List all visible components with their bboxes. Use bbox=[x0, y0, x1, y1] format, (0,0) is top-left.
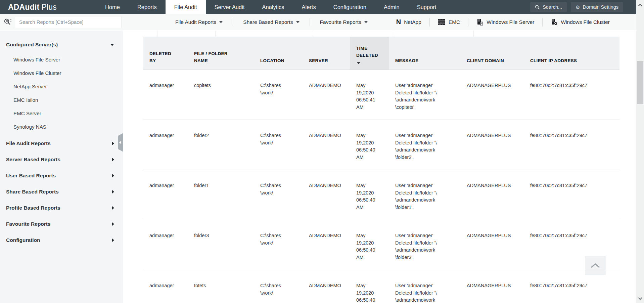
scrollbar-down-arrow[interactable] bbox=[636, 294, 644, 303]
nav-item-file-audit[interactable]: File Audit bbox=[166, 0, 206, 14]
nav-item-configuration[interactable]: Configuration bbox=[325, 0, 375, 14]
nav-item-server-audit[interactable]: Server Audit bbox=[206, 0, 254, 14]
search-button[interactable]: Search... bbox=[530, 2, 567, 12]
menu-favourite-reports[interactable]: Favourite Reports bbox=[310, 19, 378, 25]
cell-deleted-by: admanager bbox=[143, 120, 188, 170]
sidebar-section-user-based-reports[interactable]: User Based Reports bbox=[0, 168, 123, 184]
cell-client-ip-address: fe80::70c2:7c81:c35f:29c7 bbox=[524, 120, 619, 170]
domain-settings-button[interactable]: ⚙ Domain Settings bbox=[571, 2, 623, 12]
cell-client-domain: ADMANAGERPLUS bbox=[461, 120, 524, 170]
nav-item-admin[interactable]: Admin bbox=[375, 0, 408, 14]
chevron-down-icon bbox=[296, 21, 300, 23]
domain-settings-label: Domain Settings bbox=[583, 4, 618, 10]
sidebar-section-label: User Based Reports bbox=[6, 173, 112, 179]
sidebar-item-windows-file-server[interactable]: Windows File Server bbox=[0, 53, 123, 66]
sidebar-section-profile-based-reports[interactable]: Profile Based Reports bbox=[0, 200, 123, 216]
column-header-message[interactable]: MESSAGE bbox=[389, 37, 461, 70]
sidebar-section-label: Profile Based Reports bbox=[6, 205, 112, 211]
nav-item-support[interactable]: Support bbox=[408, 0, 445, 14]
sidebar-section-favourite-reports[interactable]: Favourite Reports bbox=[0, 216, 123, 232]
shortcut-label: NetApp bbox=[404, 19, 421, 25]
cell-location: C:​\shares​\work​\ bbox=[254, 70, 303, 120]
column-header-label: SERVER bbox=[309, 57, 346, 64]
sidebar-item-emc-server[interactable]: EMC Server bbox=[0, 106, 123, 120]
shortcut-emc[interactable]: EMC bbox=[430, 19, 468, 25]
sort-descending-icon[interactable] bbox=[357, 62, 360, 64]
sidebar-collapse-handle[interactable] bbox=[118, 133, 123, 152]
netapp-icon: N bbox=[396, 18, 401, 26]
cell-client-domain: ADMANAGERPLUS bbox=[461, 170, 524, 220]
column-header-time-deleted[interactable]: TIME DELETED bbox=[350, 37, 389, 70]
column-header-client-domain[interactable]: CLIENT DOMAIN bbox=[461, 37, 524, 70]
cell-deleted-by: admanager bbox=[143, 70, 188, 120]
table-top-strip bbox=[143, 31, 619, 37]
cell-client-ip-address: fe80::70c2:7c81:c35f:29c7 bbox=[524, 170, 619, 220]
cell-time-deleted: May 19,2020 06:50:40 AM bbox=[350, 170, 389, 220]
menu-label: Favourite Reports bbox=[320, 19, 361, 25]
reports-toolbar: File Audit ReportsShare Based ReportsFav… bbox=[0, 14, 644, 30]
search-reports-input[interactable] bbox=[15, 16, 122, 28]
report-search-icon[interactable] bbox=[3, 18, 12, 27]
cell-file-folder-name: folder2 bbox=[188, 120, 254, 170]
sidebar-section-configuration[interactable]: Configuration bbox=[0, 232, 123, 248]
column-header-deleted-by[interactable]: DELETED BY bbox=[143, 37, 188, 70]
emc-icon bbox=[438, 19, 446, 25]
sidebar-section-configured-server-s[interactable]: Configured Server(s) bbox=[0, 37, 123, 53]
shortcut-netapp[interactable]: NNetApp bbox=[388, 18, 429, 26]
column-header-server[interactable]: SERVER bbox=[303, 37, 350, 70]
gear-icon: ⚙ bbox=[576, 5, 580, 10]
table-row: admanagerfolder1C:​\shares​\work​\ADMAND… bbox=[143, 170, 619, 220]
table-row: admanagercopitetsC:​\shares​\work​\ADMAN… bbox=[143, 70, 619, 120]
column-header-label: TIME DELETED bbox=[356, 45, 384, 59]
sidebar-section-label: Share Based Reports bbox=[6, 189, 112, 195]
top-navbar: ADAudit Plus HomeReportsFile AuditServer… bbox=[0, 0, 644, 14]
column-header-file-folder-name[interactable]: FILE / FOLDER NAME bbox=[188, 37, 254, 70]
shortcut-label: Windows File Cluster bbox=[561, 19, 610, 25]
app-logo-bold: ADAudit bbox=[8, 3, 39, 12]
chevron-up-icon bbox=[638, 4, 642, 6]
sidebar-section-label: File Audit Reports bbox=[6, 140, 112, 146]
sidebar-item-netapp-server[interactable]: NetApp Server bbox=[0, 80, 123, 93]
app-logo[interactable]: ADAudit Plus bbox=[0, 0, 57, 14]
sidebar-section-server-based-reports[interactable]: Server Based Reports bbox=[0, 152, 123, 168]
menu-share-based-reports[interactable]: Share Based Reports bbox=[233, 19, 309, 25]
chevron-down-icon bbox=[638, 297, 642, 300]
scroll-to-top-button[interactable] bbox=[585, 256, 606, 275]
sidebar-section-label: Server Based Reports bbox=[6, 157, 112, 163]
column-header-label: CLIENT DOMAIN bbox=[467, 57, 519, 64]
shortcut-windows-file-server[interactable]: Windows File Server bbox=[468, 18, 542, 26]
sidebar-section-label: Favourite Reports bbox=[6, 221, 112, 227]
chevron-right-icon bbox=[112, 222, 114, 226]
cell-time-deleted: May 19,2020 06:50:41 AM bbox=[350, 70, 389, 120]
nav-item-reports[interactable]: Reports bbox=[129, 0, 166, 14]
cell-message: User 'admanager' Deleted file/folder '​\… bbox=[389, 70, 461, 120]
nav-right-group: Search... ⚙ Domain Settings bbox=[530, 0, 644, 14]
scrollbar-up-arrow[interactable] bbox=[636, 1, 644, 9]
report-content: DELETED BYFILE / FOLDER NAMELOCATIONSERV… bbox=[123, 31, 644, 303]
page-scrollbar[interactable] bbox=[636, 0, 644, 303]
chevron-right-icon bbox=[112, 174, 114, 178]
sidebar-section-file-audit-reports[interactable]: File Audit Reports bbox=[0, 135, 123, 152]
table-row: admanagerfolder3C:​\shares​\work​\ADMAND… bbox=[143, 220, 619, 270]
chevron-right-icon bbox=[112, 238, 114, 242]
column-header-client-ip-address[interactable]: CLIENT IP ADDRESS bbox=[524, 37, 619, 70]
menu-file-audit-reports[interactable]: File Audit Reports bbox=[165, 19, 233, 25]
sidebar-item-synology-nas[interactable]: Synology NAS bbox=[0, 120, 123, 133]
nav-item-analytics[interactable]: Analytics bbox=[254, 0, 293, 14]
cell-time-deleted: May 19,2020 06:50:40 AM bbox=[350, 120, 389, 170]
chevron-right-icon bbox=[112, 158, 114, 162]
chevron-down-icon bbox=[364, 21, 368, 23]
nav-item-alerts[interactable]: Alerts bbox=[293, 0, 325, 14]
nav-item-home[interactable]: Home bbox=[96, 0, 129, 14]
cell-location: C:​\shares​\work​\ bbox=[254, 220, 303, 270]
menu-label: Share Based Reports bbox=[243, 19, 293, 25]
sidebar-section-share-based-reports[interactable]: Share Based Reports bbox=[0, 184, 123, 200]
scrollbar-thumb[interactable] bbox=[637, 61, 643, 104]
cell-location: C:​\shares​\work​\ bbox=[254, 170, 303, 220]
search-button-label: Search... bbox=[543, 4, 562, 10]
column-header-location[interactable]: LOCATION bbox=[254, 37, 303, 70]
sidebar-item-windows-file-cluster[interactable]: Windows File Cluster bbox=[0, 66, 123, 80]
cell-location: C:​\shares​\work​\ bbox=[254, 270, 303, 303]
shortcut-windows-file-cluster[interactable]: Windows File Cluster bbox=[543, 18, 618, 26]
sidebar-item-emc-isilon[interactable]: EMC Isilon bbox=[0, 93, 123, 106]
